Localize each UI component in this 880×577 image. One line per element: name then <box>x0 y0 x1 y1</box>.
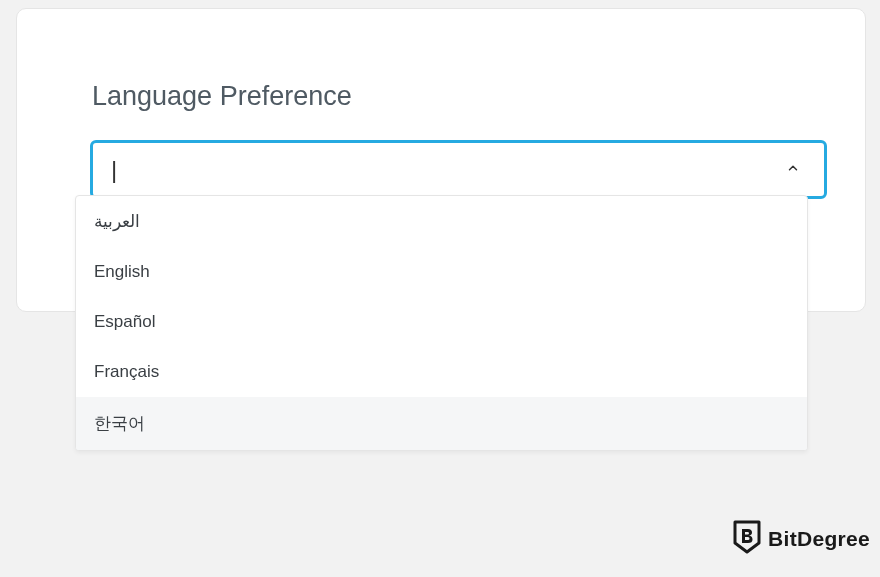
option-label: Español <box>94 312 155 331</box>
option-label: 한국어 <box>94 414 145 433</box>
bitdegree-logo: BitDegree <box>732 519 870 559</box>
option-label: Français <box>94 362 159 381</box>
language-option-spanish[interactable]: Español <box>76 297 807 347</box>
language-option-english[interactable]: English <box>76 247 807 297</box>
input-cursor: | <box>111 156 117 184</box>
chevron-up-icon[interactable] <box>786 161 800 179</box>
option-label: العربية <box>94 212 140 231</box>
language-option-arabic[interactable]: العربية <box>76 196 807 247</box>
language-dropdown: العربية English Español Français 한국어 <box>75 195 808 451</box>
language-option-french[interactable]: Français <box>76 347 807 397</box>
language-combobox[interactable]: | <box>90 140 827 199</box>
language-option-korean[interactable]: 한국어 <box>76 397 807 450</box>
bitdegree-shield-icon <box>732 519 762 559</box>
bitdegree-logo-text: BitDegree <box>768 527 870 551</box>
option-label: English <box>94 262 150 281</box>
language-preference-heading: Language Preference <box>92 81 352 112</box>
